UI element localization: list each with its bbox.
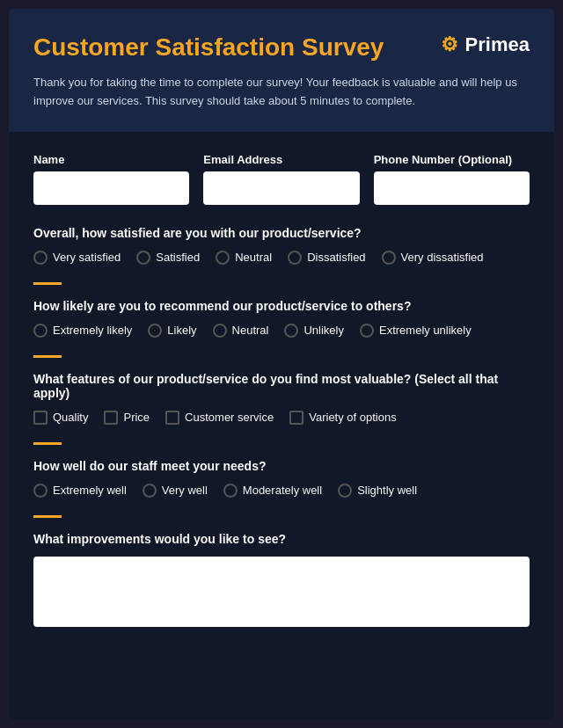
q2-option-label: Neutral — [232, 324, 269, 337]
q4-radio-slightly-well[interactable] — [338, 484, 352, 498]
q3-option-price[interactable]: Price — [104, 411, 150, 425]
q2-option-label: Likely — [167, 324, 196, 337]
divider-4 — [33, 515, 62, 518]
q2-section: How likely are you to recommend our prod… — [33, 299, 530, 338]
phone-field-group: Phone Number (Optional) — [374, 153, 530, 205]
q2-option-label: Extremely likely — [53, 324, 132, 337]
q1-radio-satisfied[interactable] — [136, 251, 150, 265]
q2-option-extremely-likely[interactable]: Extremely likely — [33, 324, 132, 338]
header-description: Thank you for taking the time to complet… — [33, 74, 530, 111]
q3-checkbox-price[interactable] — [104, 411, 118, 425]
q2-radio-unlikely[interactable] — [284, 324, 298, 338]
q4-radio-moderately-well[interactable] — [223, 484, 238, 498]
q5-label: What improvements would you like to see? — [33, 532, 530, 546]
q2-option-neutral[interactable]: Neutral — [213, 324, 269, 338]
q1-options: Very satisfied Satisfied Neutral Dissati… — [33, 251, 530, 265]
name-input[interactable] — [33, 171, 189, 205]
logo-text: Primea — [465, 33, 530, 56]
q3-option-label: Customer service — [185, 411, 274, 424]
q3-option-label: Price — [123, 411, 150, 424]
q2-label: How likely are you to recommend our prod… — [33, 299, 530, 313]
divider-2 — [33, 355, 62, 358]
q1-option-label: Satisfied — [156, 251, 200, 264]
q3-option-label: Quality — [53, 411, 88, 424]
phone-input[interactable] — [374, 171, 530, 205]
logo-icon: ⚙ — [441, 33, 458, 56]
email-label: Email Address — [203, 153, 359, 166]
improvements-textarea[interactable] — [33, 557, 530, 627]
header-section: Customer Satisfaction Survey ⚙ Primea Th… — [9, 9, 554, 132]
email-field-group: Email Address — [203, 153, 359, 205]
q1-option-very-satisfied[interactable]: Very satisfied — [33, 251, 121, 265]
q2-option-extremely-unlikely[interactable]: Extremely unlikely — [360, 324, 472, 338]
contact-fields-row: Name Email Address Phone Number (Optiona… — [33, 153, 530, 205]
q3-option-customer-service[interactable]: Customer service — [165, 411, 274, 425]
q3-checkbox-quality[interactable] — [33, 411, 48, 425]
logo: ⚙ Primea — [441, 33, 530, 56]
q5-section: What improvements would you like to see? — [33, 532, 530, 630]
divider-3 — [33, 442, 62, 445]
q1-option-label: Dissatisfied — [307, 251, 365, 264]
q4-option-label: Moderately well — [243, 484, 322, 497]
q4-radio-extremely-well[interactable] — [33, 484, 48, 498]
q1-option-label: Neutral — [235, 251, 272, 264]
q4-options: Extremely well Very well Moderately well… — [33, 484, 530, 498]
divider-1 — [33, 282, 62, 285]
q3-option-variety[interactable]: Variety of options — [289, 411, 396, 425]
q4-label: How well do our staff meet your needs? — [33, 459, 530, 473]
q2-option-label: Extremely unlikely — [379, 324, 472, 337]
q2-option-label: Unlikely — [303, 324, 344, 337]
q1-option-dissatisfied[interactable]: Dissatisfied — [288, 251, 365, 265]
q3-options: Quality Price Customer service Variety o… — [33, 411, 530, 425]
survey-card: Customer Satisfaction Survey ⚙ Primea Th… — [9, 9, 554, 719]
q3-checkbox-customer-service[interactable] — [165, 411, 179, 425]
q2-options: Extremely likely Likely Neutral Unlikely… — [33, 324, 530, 338]
email-input[interactable] — [203, 171, 359, 205]
q1-radio-neutral[interactable] — [216, 251, 230, 265]
q4-option-label: Slightly well — [357, 484, 417, 497]
q4-option-extremely-well[interactable]: Extremely well — [33, 484, 127, 498]
q2-option-likely[interactable]: Likely — [148, 324, 196, 338]
q2-option-unlikely[interactable]: Unlikely — [284, 324, 344, 338]
q1-option-neutral[interactable]: Neutral — [216, 251, 272, 265]
q4-option-very-well[interactable]: Very well — [143, 484, 208, 498]
q1-option-very-dissatisfied[interactable]: Very dissatisfied — [382, 251, 484, 265]
name-field-group: Name — [33, 153, 189, 205]
q4-option-moderately-well[interactable]: Moderately well — [223, 484, 322, 498]
q4-option-slightly-well[interactable]: Slightly well — [338, 484, 417, 498]
q3-option-quality[interactable]: Quality — [33, 411, 88, 425]
q4-radio-very-well[interactable] — [143, 484, 157, 498]
q3-label: What features of our product/service do … — [33, 372, 530, 400]
q1-label: Overall, how satisfied are you with our … — [33, 226, 530, 240]
phone-label: Phone Number (Optional) — [374, 153, 530, 166]
q2-radio-extremely-likely[interactable] — [33, 324, 48, 338]
q1-option-satisfied[interactable]: Satisfied — [136, 251, 200, 265]
name-label: Name — [33, 153, 189, 166]
q4-option-label: Very well — [162, 484, 208, 497]
q1-radio-very-satisfied[interactable] — [33, 251, 48, 265]
q4-section: How well do our staff meet your needs? E… — [33, 459, 530, 498]
form-body: Name Email Address Phone Number (Optiona… — [9, 132, 554, 659]
q1-radio-very-dissatisfied[interactable] — [382, 251, 396, 265]
q3-section: What features of our product/service do … — [33, 372, 530, 425]
q1-radio-dissatisfied[interactable] — [288, 251, 302, 265]
q2-radio-extremely-unlikely[interactable] — [360, 324, 374, 338]
q3-checkbox-variety[interactable] — [289, 411, 303, 425]
q1-option-label: Very satisfied — [53, 251, 121, 264]
q2-radio-neutral[interactable] — [213, 324, 227, 338]
q3-option-label: Variety of options — [309, 411, 396, 424]
q4-option-label: Extremely well — [53, 484, 127, 497]
q1-section: Overall, how satisfied are you with our … — [33, 226, 530, 265]
page-title: Customer Satisfaction Survey — [33, 33, 384, 62]
q1-option-label: Very dissatisfied — [401, 251, 484, 264]
q2-radio-likely[interactable] — [148, 324, 162, 338]
